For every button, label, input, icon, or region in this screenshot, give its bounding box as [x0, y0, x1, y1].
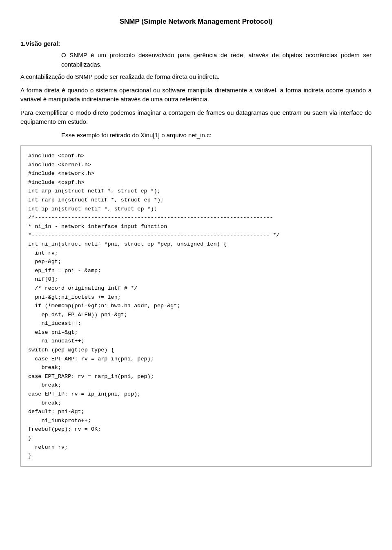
section-heading: 1.Visão geral:	[20, 39, 372, 49]
paragraph-3: A forma direta é quando o sistema operac…	[20, 86, 372, 104]
paragraph-4: Para exemplificar o modo direto podemos …	[20, 108, 372, 127]
page-title: SNMP (Simple Network Management Protocol…	[20, 16, 372, 27]
code-block: #include <conf.h> #include <kernel.h> #i…	[20, 145, 372, 467]
paragraph-2: A contabilização do SNMP pode ser realiz…	[20, 72, 372, 82]
paragraph-1: O SNMP é um protocolo desenvolvido para …	[61, 51, 372, 69]
paragraph-5: Esse exemplo foi retirado do Xinu[1] o a…	[61, 131, 372, 140]
